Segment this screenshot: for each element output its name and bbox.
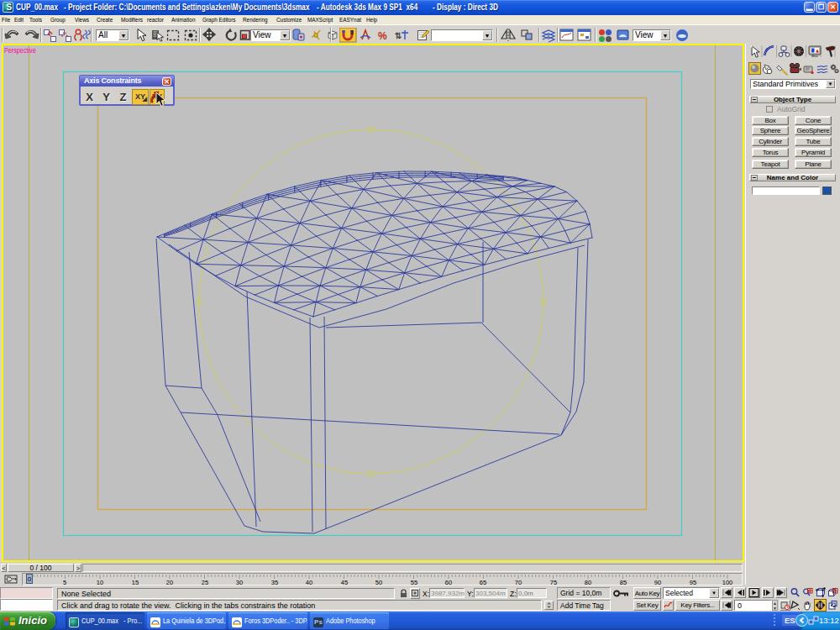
svg-text:75: 75 (550, 579, 557, 586)
svg-text:3: 3 (350, 29, 354, 35)
svg-text:60: 60 (445, 579, 452, 586)
svg-text:20: 20 (166, 579, 173, 586)
svg-text:50: 50 (375, 579, 382, 586)
svg-text:⇅: ⇅ (395, 31, 402, 40)
svg-text:80: 80 (585, 579, 591, 586)
svg-text:15: 15 (132, 579, 139, 586)
svg-text:25: 25 (202, 579, 208, 586)
svg-text:100: 100 (722, 579, 733, 586)
svg-text:95: 95 (690, 579, 696, 586)
svg-text:65: 65 (480, 579, 486, 586)
svg-text:85: 85 (620, 579, 627, 586)
svg-text:90: 90 (654, 579, 661, 586)
svg-text:30: 30 (236, 579, 243, 586)
svg-text:45: 45 (341, 579, 348, 586)
svg-text:%: % (378, 30, 387, 42)
svg-text:35: 35 (271, 579, 278, 586)
svg-text:55: 55 (411, 579, 417, 586)
svg-text:70: 70 (515, 579, 522, 586)
svg-text:5: 5 (63, 579, 66, 586)
svg-text:10: 10 (97, 579, 103, 586)
svg-text:40: 40 (306, 579, 312, 586)
